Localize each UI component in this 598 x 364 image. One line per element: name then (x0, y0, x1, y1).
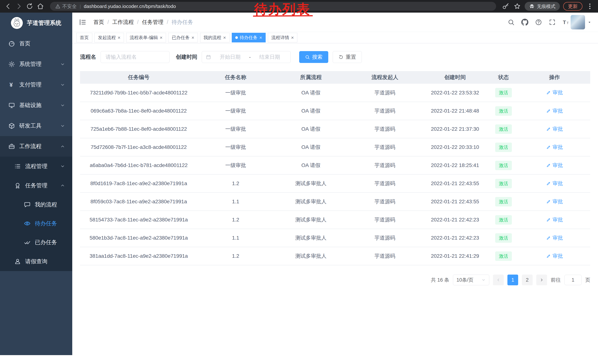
page-size-select[interactable]: 10条/页 (453, 275, 489, 285)
close-icon[interactable]: × (259, 35, 262, 40)
page-button-2[interactable]: 2 (522, 275, 533, 285)
tab-0[interactable]: 首页 (76, 33, 92, 42)
chevron-down-icon (60, 164, 65, 169)
approve-link[interactable]: 审批 (546, 126, 563, 133)
sidebar-item-task-mgmt[interactable]: 任务管理 (0, 176, 72, 195)
navbar-actions: TT (507, 19, 569, 26)
approve-link[interactable]: 审批 (546, 235, 563, 242)
avatar[interactable] (571, 15, 585, 29)
starter-cell: 芋道源码 (348, 211, 422, 229)
logo[interactable]: 芋道管理系统 (0, 13, 72, 33)
close-icon[interactable]: × (191, 35, 194, 40)
task-id-cell: 580e1b3d-7ac8-11ec-a9e2-a2380e71991a (80, 229, 197, 247)
sidebar-item-payment[interactable]: ¥支付管理 (0, 74, 72, 95)
sidebar-item-devtools[interactable]: 研发工具 (0, 115, 72, 136)
sidebar-item-label: 首页 (19, 40, 30, 47)
column-header: 任务编号 (80, 71, 197, 84)
fullscreen-icon[interactable] (549, 19, 556, 26)
table-row: 8f0d1619-7ac8-11ec-a9e2-a2380e71991a1.2测… (80, 174, 590, 193)
approve-link[interactable]: 审批 (546, 216, 563, 223)
star-icon[interactable] (513, 3, 521, 10)
task-name-cell: 1.1 (197, 229, 274, 247)
page-size-value: 10条/页 (457, 277, 473, 283)
next-page-button[interactable] (536, 275, 547, 285)
question-icon[interactable] (535, 19, 542, 26)
status-cell: 激活 (488, 211, 519, 229)
status-badge: 激活 (495, 143, 512, 152)
search-button[interactable]: 搜索 (299, 51, 328, 63)
close-icon[interactable]: × (160, 35, 162, 40)
font-size-icon[interactable]: TT (562, 19, 569, 26)
prev-page-button[interactable] (493, 275, 504, 285)
search-icon[interactable] (507, 19, 515, 26)
table-row: 725a1eb6-7b88-11ec-8ef0-acde48001122一级审批… (80, 120, 590, 138)
task-id-cell: 8f059c03-7ac8-11ec-a9e2-a2380e71991a (80, 193, 197, 211)
sidebar-item-done-task[interactable]: 已办任务 (0, 233, 72, 252)
user-menu[interactable] (571, 15, 592, 29)
task-name-cell: 1.1 (197, 193, 274, 211)
sidebar-item-infrastructure[interactable]: 基础设施 (0, 95, 72, 115)
sidebar-item-todo-task[interactable]: 待办任务 (0, 214, 72, 233)
sidebar-item-system[interactable]: 系统管理 (0, 54, 72, 74)
sidebar-item-label: 基础设施 (19, 101, 42, 109)
edit-icon (546, 108, 551, 113)
approve-link[interactable]: 审批 (546, 252, 563, 259)
github-icon[interactable] (521, 19, 528, 26)
starter-cell: 芋道源码 (348, 247, 422, 265)
close-icon[interactable]: × (223, 35, 226, 40)
chevron-down-icon (60, 123, 65, 129)
breadcrumb-item[interactable]: 工作流程 (112, 18, 134, 26)
sidebar-item-process-mgmt[interactable]: 流程管理 (0, 157, 72, 176)
action-cell: 审批 (519, 120, 590, 138)
pagination: 共 16 条 10条/页 12 前往 页 (80, 275, 590, 285)
sidebar-item-home[interactable]: 首页 (0, 33, 72, 54)
sidebar-item-leave-query[interactable]: 请假查询 (0, 252, 72, 271)
reload-icon[interactable] (25, 3, 34, 10)
starter-cell: 芋道源码 (348, 229, 422, 247)
tab-2[interactable]: 流程表单-编辑× (126, 33, 166, 42)
sidebar-item-label: 研发工具 (19, 122, 42, 129)
goto-page-input[interactable] (565, 275, 581, 285)
page-button-1[interactable]: 1 (507, 275, 518, 285)
edit-icon (546, 254, 551, 259)
process-cell: OA 请假 (274, 138, 348, 156)
active-tab-dot (235, 36, 238, 39)
update-button[interactable]: 更新 (563, 2, 582, 11)
table-row: a6aba0a4-7b6d-11ec-b781-acde48001122一级审批… (80, 156, 590, 174)
close-icon[interactable]: × (118, 35, 120, 40)
menu-dots-icon[interactable] (586, 3, 594, 10)
approve-link[interactable]: 审批 (546, 180, 563, 187)
reset-button[interactable]: 重置 (333, 51, 362, 63)
home-icon[interactable] (36, 3, 44, 10)
process-cell: 测试多审批人 (274, 211, 348, 229)
double-check-icon (24, 239, 31, 246)
breadcrumb-item[interactable]: 任务管理 (142, 18, 163, 26)
range-separator: - (249, 54, 251, 60)
sidebar-item-my-process[interactable]: 我的流程 (0, 195, 72, 214)
sidebar-item-workflow[interactable]: 工作流程 (0, 136, 72, 157)
approve-link[interactable]: 审批 (546, 144, 563, 151)
approve-link[interactable]: 审批 (546, 198, 563, 205)
tab-6[interactable]: 流程详情× (268, 33, 297, 42)
key-icon[interactable] (502, 3, 510, 10)
tab-1[interactable]: 发起流程× (94, 33, 124, 42)
forward-icon[interactable] (15, 3, 23, 10)
date-range-picker[interactable]: 开始日期 - 结束日期 (202, 51, 291, 63)
tab-active-5[interactable]: 待办任务× (232, 33, 266, 42)
process-name-input[interactable] (100, 51, 169, 63)
approve-link[interactable]: 审批 (546, 162, 563, 169)
process-cell: 测试多审批人 (274, 229, 348, 247)
starter-cell: 芋道源码 (348, 102, 422, 120)
approve-link[interactable]: 审批 (546, 89, 563, 96)
chevron-down-icon (60, 82, 65, 87)
breadcrumb-item[interactable]: 首页 (93, 18, 104, 26)
sidebar-collapse-icon[interactable] (79, 18, 87, 26)
back-icon[interactable] (4, 3, 12, 10)
task-id-cell: 725a1eb6-7b88-11ec-8ef0-acde48001122 (80, 120, 197, 138)
approve-link[interactable]: 审批 (546, 107, 563, 114)
sidebar-item-label: 已办任务 (35, 239, 57, 246)
tab-3[interactable]: 已办任务× (168, 33, 198, 42)
tab-4[interactable]: 我的流程× (200, 33, 230, 42)
task-id-cell: a6aba0a4-7b6d-11ec-b781-acde48001122 (80, 156, 197, 174)
close-icon[interactable]: × (291, 35, 294, 40)
